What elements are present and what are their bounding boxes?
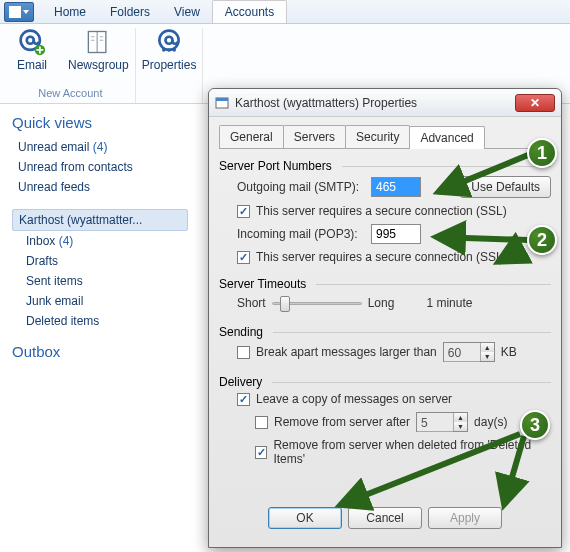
callout-2: 2: [527, 225, 557, 255]
timeout-slider[interactable]: [272, 294, 362, 312]
use-defaults-button[interactable]: Use Defaults: [460, 176, 551, 198]
pop3-label: Incoming mail (POP3):: [237, 227, 365, 241]
quick-unread-feeds[interactable]: Unread feeds: [12, 177, 188, 197]
break-apart-label: Break apart messages larger than: [256, 345, 437, 359]
callout-3: 3: [520, 410, 550, 440]
folder-deleted[interactable]: Deleted items: [12, 311, 188, 331]
at-add-icon: [18, 28, 46, 56]
newsgroup-button[interactable]: Newsgroup: [68, 28, 129, 72]
svg-point-12: [167, 48, 171, 52]
tab-accounts[interactable]: Accounts: [212, 0, 287, 23]
section-delivery: Delivery: [219, 375, 262, 389]
close-button[interactable]: ✕: [515, 94, 555, 112]
days-label: day(s): [474, 415, 507, 429]
group-label-empty: [168, 87, 171, 99]
callout-1: 1: [527, 138, 557, 168]
tab-home[interactable]: Home: [42, 1, 98, 23]
svg-point-11: [162, 48, 166, 52]
cancel-button[interactable]: Cancel: [348, 507, 422, 529]
tab-security[interactable]: Security: [345, 125, 410, 148]
remove-after-checkbox[interactable]: [255, 416, 268, 429]
quick-unread-contacts[interactable]: Unread from contacts: [12, 157, 188, 177]
properties-button-label: Properties: [142, 58, 197, 72]
remove-after-label: Remove from server after: [274, 415, 410, 429]
outbox-heading[interactable]: Outbox: [12, 343, 188, 360]
quick-views-heading[interactable]: Quick views: [12, 114, 188, 131]
dialog-title: Karthost (wyattmatters) Properties: [235, 96, 515, 110]
dialog-footer: OK Cancel Apply: [219, 495, 551, 541]
smtp-label: Outgoing mail (SMTP):: [237, 180, 365, 194]
properties-button[interactable]: Properties: [142, 28, 197, 72]
sidebar: Quick views Unread email (4) Unread from…: [0, 104, 200, 552]
newsgroup-button-label: Newsgroup: [68, 58, 129, 72]
folder-drafts[interactable]: Drafts: [12, 251, 188, 271]
pop3-ssl-label: This server requires a secure connection…: [256, 250, 507, 264]
leave-copy-label: Leave a copy of messages on server: [256, 392, 452, 406]
timeout-short-label: Short: [237, 296, 266, 310]
tab-advanced[interactable]: Advanced: [409, 126, 484, 149]
svg-point-13: [173, 48, 177, 52]
at-properties-icon: [155, 28, 183, 56]
close-icon: ✕: [530, 96, 540, 110]
remove-deleted-label: Remove from server when deleted from 'De…: [273, 438, 551, 466]
app-menu-button[interactable]: [4, 2, 34, 22]
ribbon-tabs-bar: Home Folders View Accounts: [0, 0, 570, 24]
newsgroup-icon: [84, 28, 112, 56]
ribbon-group-new-account: Email Newsgroup New Account: [6, 28, 136, 103]
break-kb-spinner[interactable]: ▲▼: [443, 342, 495, 362]
apply-button[interactable]: Apply: [428, 507, 502, 529]
section-timeouts: Server Timeouts: [219, 277, 306, 291]
section-ports: Server Port Numbers: [219, 159, 332, 173]
email-button[interactable]: Email: [12, 28, 52, 72]
timeout-long-label: Long: [368, 296, 395, 310]
smtp-input[interactable]: [371, 177, 421, 197]
tab-view[interactable]: View: [162, 1, 212, 23]
folder-sent[interactable]: Sent items: [12, 271, 188, 291]
pop3-input[interactable]: [371, 224, 421, 244]
dialog-icon: [215, 95, 231, 111]
pop3-ssl-checkbox[interactable]: [237, 251, 250, 264]
dialog-titlebar[interactable]: Karthost (wyattmatters) Properties ✕: [209, 89, 561, 117]
remove-days-spinner[interactable]: ▲▼: [416, 412, 468, 432]
timeout-value: 1 minute: [426, 296, 472, 310]
smtp-ssl-label: This server requires a secure connection…: [256, 204, 507, 218]
sidebar-account[interactable]: Karthost (wyattmatter...: [12, 209, 188, 231]
tab-general[interactable]: General: [219, 125, 284, 148]
properties-dialog: Karthost (wyattmatters) Properties ✕ Gen…: [208, 88, 562, 548]
remove-deleted-checkbox[interactable]: [255, 446, 267, 459]
svg-rect-15: [216, 98, 228, 101]
folder-junk[interactable]: Junk email: [12, 291, 188, 311]
email-button-label: Email: [17, 58, 47, 72]
tab-folders[interactable]: Folders: [98, 1, 162, 23]
svg-point-9: [159, 31, 178, 50]
ribbon-group-properties: Properties: [136, 28, 204, 103]
kb-label: KB: [501, 345, 517, 359]
section-sending: Sending: [219, 325, 263, 339]
ok-button[interactable]: OK: [268, 507, 342, 529]
smtp-ssl-checkbox[interactable]: [237, 205, 250, 218]
break-apart-checkbox[interactable]: [237, 346, 250, 359]
folder-inbox[interactable]: Inbox (4): [12, 231, 188, 251]
quick-unread-email[interactable]: Unread email (4): [12, 137, 188, 157]
dialog-tabs: General Servers Security Advanced: [219, 125, 551, 149]
dialog-body: General Servers Security Advanced Server…: [209, 117, 561, 547]
leave-copy-checkbox[interactable]: [237, 393, 250, 406]
tab-servers[interactable]: Servers: [283, 125, 346, 148]
group-label-new-account: New Account: [38, 87, 102, 99]
